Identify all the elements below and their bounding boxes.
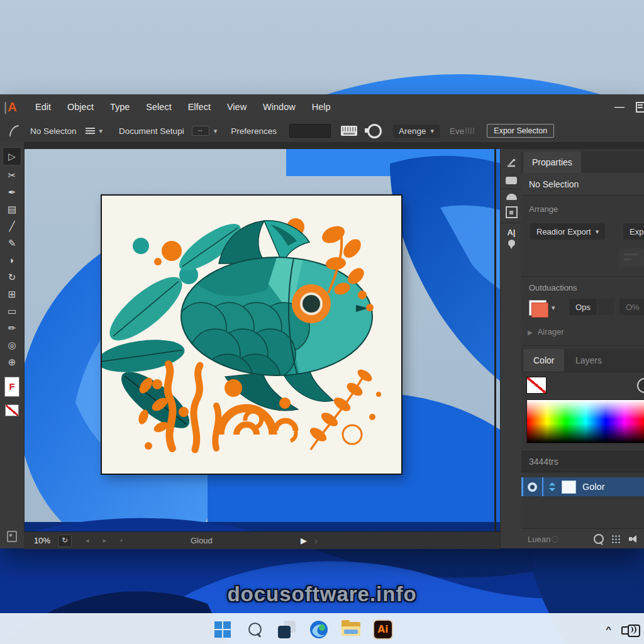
search-icon[interactable] [594, 534, 604, 544]
draw-panel-icon[interactable] [506, 158, 517, 168]
paintbrush-tool[interactable]: ✎ [3, 235, 21, 252]
chevron-down-icon: ▾ [431, 127, 435, 135]
edge-browser-button[interactable] [309, 619, 329, 640]
document-name: Gloud [191, 536, 213, 545]
color-wheel-icon[interactable] [637, 378, 644, 393]
task-view-button[interactable] [277, 619, 297, 640]
blank-button[interactable] [598, 299, 614, 315]
reorder-arrows-icon[interactable] [549, 482, 555, 491]
preferences-button[interactable]: Preferences [231, 126, 277, 136]
none-color-swatch[interactable] [5, 404, 19, 416]
control-bar: No Selecton ▾ Document Setupi ▪▪ ▾ Prefe… [0, 119, 644, 143]
options-menu-icon[interactable] [86, 128, 95, 134]
shape-builder-tool-icon: ⊞ [8, 289, 16, 300]
partial-tray-icon [628, 625, 640, 637]
document-setup-button[interactable]: Document Setupi [119, 126, 184, 136]
ops-button[interactable]: Ops [569, 299, 597, 315]
rounded-rect-tool[interactable]: ▭ [3, 303, 21, 319]
task-view-icon [278, 621, 296, 638]
line-tool[interactable]: ╱ [3, 218, 21, 235]
hand-tool[interactable]: ⊕ [3, 353, 21, 370]
chevron-down-icon[interactable]: ▾ [214, 127, 218, 135]
fill-color-swatch[interactable]: F [4, 377, 19, 397]
rotate-tool-icon: ↻ [8, 272, 16, 283]
windows-logo-icon [214, 621, 231, 638]
file-explorer-button[interactable] [341, 619, 361, 640]
none-color-swatch[interactable] [526, 377, 547, 394]
airager-disclosure[interactable]: ▶Airager [528, 327, 564, 336]
export-selection-button[interactable]: Expor Selecton [487, 124, 554, 138]
document-canvas[interactable] [24, 149, 496, 531]
layers-header: 3444trs [521, 451, 644, 472]
toolbar-input[interactable] [289, 124, 331, 138]
illustrator-icon: Ai [373, 619, 393, 640]
zoom-level[interactable]: 10% [34, 536, 50, 545]
pen-tool[interactable]: ✒ [3, 184, 21, 201]
menu-edit[interactable]: Edit [35, 102, 51, 112]
tab-color[interactable]: Color [523, 349, 564, 372]
artboard-panel-icon[interactable] [506, 206, 518, 218]
shapes-panel-icon[interactable] [506, 177, 517, 184]
menu-effect[interactable]: Elfect [188, 102, 211, 112]
start-button[interactable] [213, 619, 233, 640]
draw-mode-icon[interactable] [7, 531, 17, 542]
artboard-dot-icon[interactable]: ▸ [103, 536, 121, 544]
exped-button[interactable]: Exped [623, 223, 644, 240]
readior-export-button[interactable]: Readior Export▾ [530, 223, 605, 240]
layer-name: Golor [582, 482, 604, 492]
menu-object[interactable]: Object [67, 102, 94, 112]
artboard[interactable] [102, 196, 401, 474]
menu-help[interactable]: Help [312, 102, 331, 112]
menu-select[interactable]: Select [146, 102, 171, 112]
paintbrush-tool-icon: ✎ [8, 238, 16, 249]
visibility-eye-icon[interactable] [528, 482, 537, 492]
arrange-dropdown[interactable]: Arenge ▾ [393, 125, 440, 138]
divider [521, 276, 644, 277]
fill-swatch-icon[interactable] [529, 300, 547, 316]
direct-selection-tool[interactable]: ✂ [3, 167, 21, 184]
illustrator-taskbar-button[interactable]: Ai [373, 619, 393, 640]
panel-icon-strip: A| [500, 149, 523, 548]
pencil-tool[interactable]: ✏ [3, 319, 21, 336]
opacity-button[interactable]: O% [619, 299, 644, 315]
speaker-icon[interactable] [628, 535, 638, 543]
menu-type[interactable]: Type [110, 102, 130, 112]
chevron-down-icon[interactable]: ▾ [99, 127, 103, 135]
grid-icon[interactable] [611, 535, 620, 543]
artboard-nav-icon[interactable]: ↻ [58, 535, 72, 547]
play-icon[interactable]: ▶ [301, 536, 307, 545]
tab-layers[interactable]: Layers [567, 349, 611, 372]
divider [501, 223, 522, 223]
menu-items: Edit Object Type Select Elfect View Wind… [35, 102, 331, 112]
selection-tool[interactable]: ▷ [3, 147, 21, 165]
dome-shape-icon[interactable] [506, 194, 517, 200]
menu-window[interactable]: Window [263, 102, 296, 112]
rotate-tool[interactable]: ↻ [3, 269, 21, 286]
layer-thumbnail[interactable] [562, 480, 576, 494]
color-spectrum[interactable] [526, 399, 644, 443]
edge-icon [309, 619, 329, 640]
layer-row[interactable]: Golor [521, 477, 644, 496]
blob-brush-tool[interactable]: ◗ [3, 252, 21, 269]
prev-artboard-icon[interactable]: ◂ [86, 536, 103, 544]
keyboard-icon[interactable] [341, 126, 357, 136]
curvature-icon [8, 124, 20, 138]
menu-view[interactable]: View [227, 102, 247, 112]
rectangle-tool[interactable]: ▤ [3, 201, 21, 218]
no-selection-header: No Selection [521, 173, 644, 196]
tray-chevron-up-icon[interactable]: ^ [606, 625, 611, 634]
next-artboard-icon[interactable]: • [120, 536, 136, 544]
tab-properties[interactable]: Proparties [523, 152, 581, 173]
zoom-tool[interactable]: ◎ [3, 336, 21, 353]
taskbar-search-button[interactable] [245, 619, 265, 640]
rotate-view-icon[interactable] [367, 124, 382, 138]
minimize-button[interactable]: — [614, 101, 625, 113]
chevron-down-icon[interactable]: ▾ [552, 304, 555, 312]
units-chip-icon[interactable]: ▪▪ [192, 126, 209, 136]
maximize-button[interactable] [636, 102, 644, 113]
status-bar: 10% ↻ ◂▸• Gloud ▶ › [24, 531, 500, 549]
type-panel-icon[interactable]: A| [507, 228, 515, 237]
event-dim-label: Eve [450, 126, 475, 136]
shape-builder-tool[interactable]: ⊞ [3, 286, 21, 303]
pin-icon[interactable] [508, 240, 515, 247]
